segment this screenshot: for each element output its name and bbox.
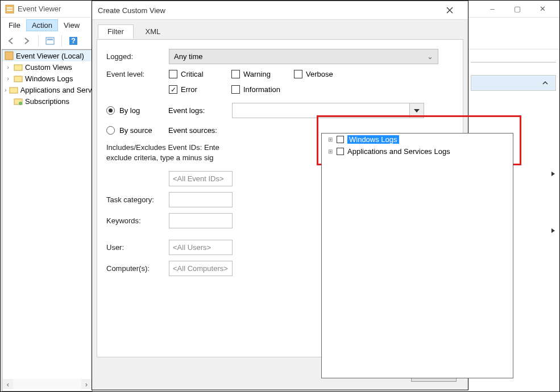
tree-item-label: Applications and Services Logs bbox=[20, 86, 93, 94]
chevron-right-icon bbox=[550, 228, 556, 233]
task-category-input[interactable] bbox=[169, 192, 233, 207]
logged-combo-value: Any time bbox=[174, 52, 203, 61]
scroll-track[interactable] bbox=[13, 379, 81, 389]
checkbox-icon bbox=[231, 70, 240, 78]
svg-rect-7 bbox=[5, 52, 13, 60]
tree-item-windows-logs[interactable]: › Windows Logs bbox=[2, 73, 92, 84]
scroll-right-icon[interactable]: › bbox=[81, 379, 92, 389]
scroll-left-icon[interactable]: ‹ bbox=[3, 379, 13, 389]
checkbox-warning[interactable]: Warning bbox=[231, 70, 283, 78]
user-label: User: bbox=[106, 243, 169, 252]
maximize-button[interactable]: ▢ bbox=[505, 1, 530, 18]
checkbox-label: Warning bbox=[243, 70, 271, 78]
radio-by-source-label: By source bbox=[119, 126, 164, 135]
checkbox-icon[interactable] bbox=[337, 148, 344, 155]
svg-point-12 bbox=[19, 102, 22, 105]
logged-label: Logged: bbox=[106, 52, 169, 61]
radio-by-log-label: By log bbox=[119, 106, 164, 115]
checkbox-critical[interactable]: Critical bbox=[169, 70, 220, 78]
toolbar-select-icon[interactable] bbox=[43, 34, 57, 48]
tree-root-label: Event Viewer (Local) bbox=[16, 52, 84, 60]
tree-item-label: Subscriptions bbox=[25, 97, 69, 106]
chevron-right-icon bbox=[550, 171, 556, 177]
checkbox-label: Verbose bbox=[306, 70, 333, 78]
task-category-label: Task category: bbox=[106, 195, 169, 204]
expander-icon[interactable]: › bbox=[5, 86, 7, 93]
navigation-tree[interactable]: Event Viewer (Local) › Custom Views › Wi… bbox=[2, 49, 93, 391]
svg-rect-2 bbox=[7, 10, 13, 11]
event-logs-dropdown-popup[interactable]: ⊞ Windows Logs ⊞ Applications and Servic… bbox=[321, 133, 513, 378]
dialog-tabs: Filter XML bbox=[98, 24, 468, 39]
checkbox-error[interactable]: Error bbox=[169, 85, 220, 94]
nav-forward-icon[interactable] bbox=[20, 34, 34, 48]
toolbar-help-icon[interactable]: ? bbox=[67, 34, 80, 48]
tree-item-label: Windows Logs bbox=[25, 74, 73, 83]
dropdown-item-app-services-logs[interactable]: ⊞ Applications and Services Logs bbox=[322, 145, 513, 157]
computers-placeholder: <All Computers> bbox=[173, 264, 228, 273]
event-viewer-app-icon bbox=[5, 5, 14, 14]
menu-view[interactable]: View bbox=[58, 19, 85, 31]
event-viewer-title: Event Viewer bbox=[18, 5, 61, 13]
checkbox-icon bbox=[294, 70, 302, 78]
expander-icon[interactable]: › bbox=[5, 64, 11, 70]
tree-root[interactable]: Event Viewer (Local) bbox=[2, 50, 92, 61]
svg-rect-1 bbox=[7, 7, 13, 9]
menu-file[interactable]: File bbox=[3, 19, 26, 31]
chevron-down-icon bbox=[414, 109, 420, 112]
tree-item-subscriptions[interactable]: › Subscriptions bbox=[2, 95, 92, 107]
radio-by-source[interactable] bbox=[106, 126, 115, 135]
checkbox-verbose[interactable]: Verbose bbox=[294, 70, 345, 78]
tab-xml[interactable]: XML bbox=[136, 24, 171, 39]
event-sources-label: Event sources: bbox=[168, 126, 227, 135]
chevron-down-icon: ⌄ bbox=[427, 52, 433, 61]
svg-rect-9 bbox=[14, 76, 22, 82]
expander-icon[interactable]: › bbox=[5, 75, 11, 82]
close-button[interactable]: ✕ bbox=[530, 1, 555, 18]
logged-combo[interactable]: Any time ⌄ bbox=[169, 49, 438, 64]
event-viewer-icon bbox=[5, 51, 14, 60]
subscriptions-icon bbox=[14, 97, 23, 106]
tree-expand-icon[interactable]: ⊞ bbox=[327, 136, 333, 143]
tree-item-label: Custom Views bbox=[25, 63, 72, 72]
svg-rect-10 bbox=[10, 87, 18, 93]
collapse-up-icon[interactable] bbox=[540, 77, 551, 89]
minimize-button[interactable]: – bbox=[480, 1, 505, 18]
computers-label: Computer(s): bbox=[106, 264, 169, 273]
dropdown-item-windows-logs[interactable]: ⊞ Windows Logs bbox=[322, 134, 513, 145]
close-icon bbox=[446, 7, 453, 14]
tree-expand-icon[interactable]: ⊞ bbox=[327, 148, 333, 155]
dialog-titlebar[interactable]: Create Custom View bbox=[92, 1, 468, 20]
radio-by-log[interactable] bbox=[106, 106, 115, 115]
checkbox-information[interactable]: Information bbox=[231, 85, 283, 94]
event-logs-label: Event logs: bbox=[168, 106, 227, 115]
checkbox-label: Critical bbox=[181, 70, 204, 78]
checkbox-icon[interactable] bbox=[337, 136, 344, 143]
checkbox-icon bbox=[169, 85, 177, 94]
checkbox-icon bbox=[169, 70, 177, 78]
checkbox-label: Information bbox=[243, 85, 280, 94]
keywords-input[interactable] bbox=[169, 213, 233, 228]
menu-action[interactable]: Action bbox=[26, 19, 58, 31]
svg-rect-3 bbox=[46, 37, 54, 44]
user-placeholder: <All Users> bbox=[173, 243, 211, 252]
tree-horizontal-scrollbar[interactable]: ‹ › bbox=[3, 379, 92, 389]
actions-collapse-row[interactable] bbox=[471, 75, 556, 91]
folder-icon bbox=[14, 62, 23, 72]
tree-item-custom-views[interactable]: › Custom Views bbox=[2, 61, 92, 73]
user-input[interactable]: <All Users> bbox=[169, 240, 233, 255]
tree-item-app-services-logs[interactable]: › Applications and Services Logs bbox=[2, 84, 92, 95]
checkbox-label: Error bbox=[181, 85, 197, 94]
svg-rect-4 bbox=[47, 39, 53, 40]
keywords-label: Keywords: bbox=[106, 216, 169, 225]
svg-text:?: ? bbox=[71, 36, 76, 45]
event-ids-input[interactable]: <All Event IDs> bbox=[169, 171, 233, 186]
dialog-close-button[interactable] bbox=[437, 2, 462, 19]
computers-input[interactable]: <All Computers> bbox=[169, 261, 233, 276]
dialog-title: Create Custom View bbox=[98, 6, 437, 15]
tab-filter[interactable]: Filter bbox=[98, 24, 134, 39]
svg-rect-0 bbox=[6, 5, 14, 13]
folder-icon bbox=[14, 74, 23, 83]
event-level-group: Critical Warning Verbose Error Informati… bbox=[169, 70, 430, 94]
nav-back-icon[interactable] bbox=[4, 34, 18, 48]
dropdown-item-label: Windows Logs bbox=[347, 135, 399, 144]
